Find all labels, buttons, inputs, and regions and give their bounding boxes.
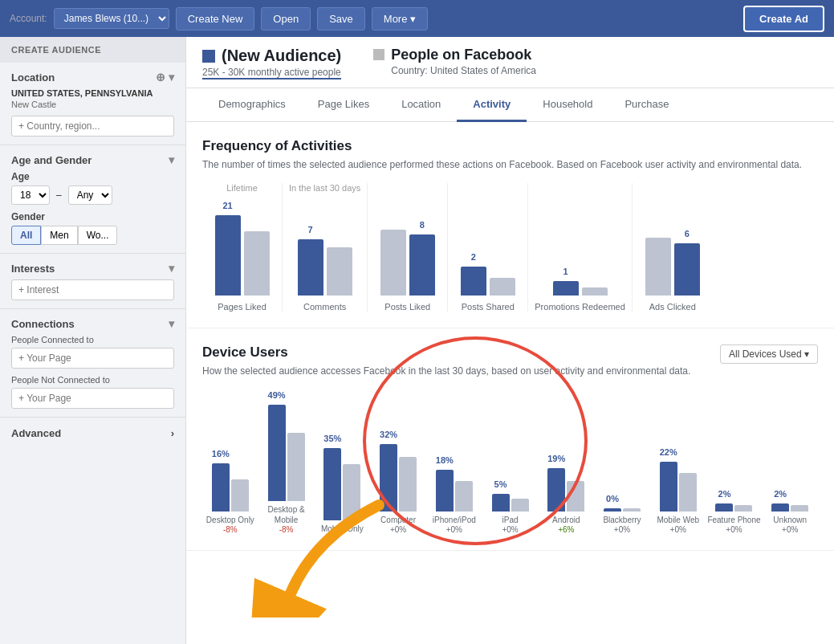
frequency-charts: Lifetime 21 Pages Liked In the last 30 d… xyxy=(202,183,818,312)
more-button[interactable]: More ▾ xyxy=(372,7,428,31)
tab-location[interactable]: Location xyxy=(385,88,457,122)
sidebar-interests-section: Interests ▾ xyxy=(0,254,185,309)
device-label-ipad: iPad xyxy=(502,515,519,525)
device-change-ipad: +0% xyxy=(502,525,518,534)
age-label: Age xyxy=(11,171,174,182)
location-city: New Castle xyxy=(11,100,174,109)
create-ad-button[interactable]: Create Ad xyxy=(743,6,824,32)
sidebar-connections-section: Connections ▾ People Connected to People… xyxy=(0,309,185,418)
bar-promotions-lifetime: 1 xyxy=(553,281,579,296)
tab-household[interactable]: Household xyxy=(527,88,608,122)
location-country: UNITED STATES, PENNSYLVANIA xyxy=(11,88,174,98)
device-label-blackberry: Blackberry xyxy=(603,515,641,525)
device-change-mobile-web: +0% xyxy=(670,525,686,534)
age-to-select[interactable]: Any xyxy=(68,185,112,205)
account-select[interactable]: James Blews (10...) xyxy=(54,8,169,29)
account-label: Account: xyxy=(10,13,47,24)
age-row: 18 – Any xyxy=(11,185,174,205)
gender-buttons: All Men Wo... xyxy=(11,226,174,245)
device-change-iphone: +0% xyxy=(446,525,462,534)
audience-name: (New Audience) xyxy=(202,47,341,65)
people-not-connected-label: People Not Connected to xyxy=(11,375,174,385)
device-filter-button[interactable]: All Devices Used ▾ xyxy=(720,344,818,364)
device-bar-computer: 32% Computer +0% xyxy=(370,407,426,534)
device-bar-android: 19% Android +6% xyxy=(538,407,594,534)
save-button[interactable]: Save xyxy=(317,7,365,31)
people-connected-label: People Connected to xyxy=(11,335,174,344)
advanced-row[interactable]: Advanced › xyxy=(0,418,185,449)
bar-posts-shared-compare xyxy=(490,278,515,296)
frequency-section: Frequency of Activities The number of ti… xyxy=(186,122,834,328)
device-label-desktop-only: Desktop Only xyxy=(206,515,254,525)
chart-label-posts-liked: Posts Liked xyxy=(384,302,430,312)
device-label-mobile-web: Mobile Web xyxy=(657,515,699,525)
people-on-facebook: People on Facebook Country: United State… xyxy=(373,47,536,76)
bar-posts-shared-lifetime: 2 xyxy=(461,267,486,296)
device-change-blackberry: +0% xyxy=(614,525,630,534)
age-gender-header[interactable]: Age and Gender ▾ xyxy=(11,153,174,166)
device-label-unknown: Unknown xyxy=(773,515,807,525)
bar-pages-liked-compare xyxy=(244,231,270,296)
sidebar-title: CREATE AUDIENCE xyxy=(0,37,185,63)
device-label-android: Android xyxy=(552,515,580,525)
device-bar-desktop-mobile: 49% Desktop & Mobile -8% xyxy=(258,397,315,534)
bar-posts-liked-compare xyxy=(380,230,406,296)
tab-purchase[interactable]: Purchase xyxy=(608,88,685,122)
chart-label-pages-liked: Pages Liked xyxy=(218,302,266,312)
device-change-desktop-mobile: -8% xyxy=(279,525,294,534)
device-label-mobile-only: Mobile Only xyxy=(321,524,364,534)
device-bar-ipad: 5% iPad +0% xyxy=(482,407,539,534)
your-page-input-2[interactable] xyxy=(11,388,174,409)
device-bar-mobile-web: 22% Mobile Web +0% xyxy=(650,407,706,534)
chart-pages-liked: Lifetime 21 Pages Liked xyxy=(202,183,283,312)
people-icon xyxy=(373,49,384,60)
sidebar-age-gender-section: Age and Gender ▾ Age 18 – Any Gender All… xyxy=(0,145,185,254)
device-label-feature-phone: Feature Phone xyxy=(707,515,760,525)
chart-ads-clicked: x 6 Ads Clicked xyxy=(633,183,713,312)
chart-label-promotions: Promotions Redeemed xyxy=(535,302,625,312)
content-area: (New Audience) 25K - 30K monthly active … xyxy=(186,37,834,644)
bar-ads-clicked-compare xyxy=(645,238,671,296)
device-change-computer: +0% xyxy=(390,525,406,534)
your-page-input-1[interactable] xyxy=(11,348,174,369)
sidebar: CREATE AUDIENCE Location ⊕ ▾ UNITED STAT… xyxy=(0,37,186,644)
people-title: People on Facebook xyxy=(391,47,536,63)
device-label-computer: Computer xyxy=(380,515,416,525)
device-bar-iphone: 18% iPhone/iPod +0% xyxy=(426,407,482,534)
create-new-button[interactable]: Create New xyxy=(176,7,255,31)
bar-posts-liked-lifetime: 8 xyxy=(409,234,435,296)
interests-header[interactable]: Interests ▾ xyxy=(11,262,174,275)
device-bar-desktop-only: 16% Desktop Only -8% xyxy=(202,407,258,534)
bar-pages-liked-lifetime: 21 xyxy=(215,215,241,296)
device-bar-feature-phone: 2% Feature Phone +0% xyxy=(706,407,763,534)
age-from-select[interactable]: 18 xyxy=(11,185,50,205)
gender-all-button[interactable]: All xyxy=(11,226,41,245)
tab-demographics[interactable]: Demographics xyxy=(202,88,302,122)
gender-men-button[interactable]: Men xyxy=(41,226,77,245)
device-change-feature-phone: +0% xyxy=(726,525,742,534)
audience-icon xyxy=(202,50,215,63)
chart-label-comments: Comments xyxy=(303,302,346,312)
location-input[interactable] xyxy=(11,116,174,137)
chart-posts-liked: x 8 Posts Liked xyxy=(368,183,448,312)
tab-page-likes[interactable]: Page Likes xyxy=(302,88,385,122)
chart-comments: In the last 30 days 7 Comments xyxy=(283,183,368,312)
tabs-bar: Demographics Page Likes Location Activit… xyxy=(186,88,834,122)
tab-activity[interactable]: Activity xyxy=(457,88,527,122)
device-label-desktop-mobile: Desktop & Mobile xyxy=(258,504,315,525)
device-change-unknown: +0% xyxy=(782,525,798,534)
device-bars-row: 16% Desktop Only -8% 49% Deskt xyxy=(202,406,818,534)
top-bar: Account: James Blews (10...) Create New … xyxy=(0,0,834,37)
device-bar-blackberry: 0% Blackberry +0% xyxy=(594,407,650,534)
interest-input[interactable] xyxy=(11,279,174,300)
device-bar-unknown: 2% Unknown +0% xyxy=(762,407,818,534)
frequency-title: Frequency of Activities xyxy=(202,138,818,154)
chart-label-posts-shared: Posts Shared xyxy=(462,302,515,312)
people-country: Country: United States of America xyxy=(391,65,536,76)
location-header[interactable]: Location ⊕ ▾ xyxy=(11,71,174,84)
open-button[interactable]: Open xyxy=(261,7,311,31)
connections-header[interactable]: Connections ▾ xyxy=(11,317,174,330)
bar-comments-lifetime: 7 xyxy=(298,239,323,296)
bar-promotions-compare xyxy=(582,287,608,296)
gender-women-button[interactable]: Wo... xyxy=(78,226,118,245)
